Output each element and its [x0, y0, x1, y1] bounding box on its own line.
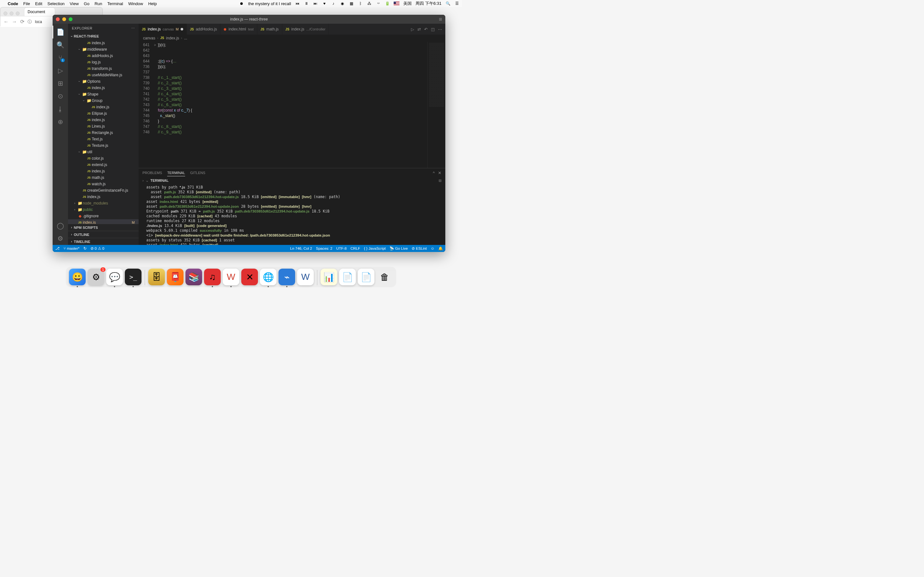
dock-app-wps[interactable]: W — [223, 269, 239, 285]
tree-file[interactable]: JSindex.jsM — [68, 219, 139, 224]
tree-folder[interactable]: ›📁node_modules — [68, 200, 139, 206]
panel-tab-terminal[interactable]: TERMINAL — [167, 169, 185, 176]
safari-forward-icon[interactable]: → — [12, 19, 17, 25]
panel-close-icon[interactable]: ✕ — [438, 171, 441, 175]
section-npm-scripts[interactable]: ›NPM SCRIPTS — [68, 224, 139, 231]
tray-icon-2[interactable]: ▦ — [349, 1, 354, 6]
breadcrumb-folder[interactable]: canvas — [143, 36, 155, 40]
section-timeline[interactable]: ›TIMELINE — [68, 238, 139, 245]
tree-file[interactable]: JSindex.js — [68, 117, 139, 123]
headphones-icon[interactable]: ♪ — [331, 1, 336, 6]
tree-file[interactable]: JSindex.js — [68, 85, 139, 91]
status-problems[interactable]: ⊘ 0 ⚠ 0 — [90, 246, 104, 251]
menubar-appname[interactable]: Code — [8, 1, 18, 6]
revert-icon[interactable]: ↶ — [424, 27, 428, 32]
menu-edit[interactable]: Edit — [35, 1, 42, 6]
editor-tab[interactable]: JSaddHooks.js — [187, 24, 220, 35]
tree-file[interactable]: JSRectangle.js — [68, 129, 139, 136]
layout-icon[interactable]: ⊞ — [439, 17, 442, 21]
safari-min-button[interactable] — [10, 11, 13, 15]
dock-app-close[interactable]: ✕ — [241, 269, 258, 285]
menu-window[interactable]: Window — [128, 1, 143, 6]
activity-scm[interactable]: ⑂1 — [53, 51, 68, 64]
dock-vscode[interactable]: ⌁ — [278, 269, 295, 285]
safari-max-button[interactable] — [16, 11, 19, 15]
tree-file[interactable]: JSwatch.js — [68, 181, 139, 187]
tree-file[interactable]: JSindex.js — [68, 168, 139, 174]
vscode-titlebar[interactable]: index.js — react-three ⊞ — [53, 15, 445, 24]
status-eslint[interactable]: ⊘ ESLint — [412, 246, 427, 251]
menubar-datetime[interactable]: 周四 下午6:31 — [415, 1, 441, 6]
dock-word[interactable]: W — [297, 269, 314, 285]
menu-view[interactable]: View — [69, 1, 79, 6]
tree-folder[interactable]: ›📁Options — [68, 78, 139, 85]
editor-tab[interactable]: JSindex.js.../Controller — [282, 24, 329, 35]
bluetooth-icon[interactable]: ᛒ — [358, 1, 363, 6]
activity-debug[interactable]: ▷ — [53, 64, 68, 77]
tab-more-icon[interactable]: ⋯ — [438, 27, 442, 32]
tree-file[interactable]: JSlog.js — [68, 59, 139, 65]
status-golive[interactable]: 📡 Go Live — [389, 246, 408, 251]
safari-close-button[interactable] — [3, 11, 7, 15]
now-playing-title[interactable]: the mystery of it I recall — [248, 1, 291, 6]
record-icon[interactable]: ⏺ — [239, 1, 244, 6]
code-editor[interactable]: 6416426436447367377387397407417427437447… — [139, 42, 445, 168]
file-tree[interactable]: JSindex.js›📁middlewareJSaddHooks.jsJSlog… — [68, 40, 139, 224]
activity-explorer[interactable]: 📄 — [53, 26, 68, 39]
dock-app-postman[interactable]: 📮 — [167, 269, 184, 285]
status-lncol[interactable]: Ln 746, Col 2 — [290, 247, 312, 250]
activity-test[interactable]: ⊙ — [53, 90, 68, 103]
battery-icon[interactable]: 🔋 — [384, 1, 390, 6]
tree-folder[interactable]: ›📁public — [68, 206, 139, 213]
breadcrumb-file[interactable]: index.js — [166, 36, 179, 40]
tree-folder[interactable]: ›📁middleware — [68, 46, 139, 53]
tree-file[interactable]: JSindex.js — [68, 193, 139, 200]
dock-app-chat[interactable]: 💬 — [106, 269, 123, 285]
panel-maximize-icon[interactable]: ^ — [433, 171, 435, 175]
menu-help[interactable]: Help — [148, 1, 157, 6]
activity-remote[interactable]: ⊕ — [53, 115, 68, 128]
split-icon[interactable]: ◫ — [431, 27, 435, 32]
tree-file[interactable]: JSEllipse.js — [68, 110, 139, 117]
section-outline[interactable]: ›OUTLINE — [68, 231, 139, 238]
dock-finder[interactable]: 😀 — [69, 269, 86, 285]
status-feedback-icon[interactable]: ☺ — [431, 247, 435, 250]
dock-recent-2[interactable]: 📄 — [339, 269, 356, 285]
explorer-more-icon[interactable]: ⋯ — [131, 26, 135, 31]
tree-file[interactable]: JSText.js — [68, 136, 139, 142]
menu-go[interactable]: Go — [84, 1, 89, 6]
status-branch[interactable]: ⑂ master* — [63, 247, 79, 250]
input-flag-icon[interactable] — [394, 2, 399, 5]
compare-icon[interactable]: ⇄ — [417, 27, 421, 32]
tree-file[interactable]: JSTexture.js — [68, 142, 139, 149]
menu-terminal[interactable]: Terminal — [107, 1, 123, 6]
dock-chrome[interactable]: 🌐 — [260, 269, 276, 285]
project-header[interactable]: › REACT-THREE — [68, 33, 139, 40]
tree-file[interactable]: JScolor.js — [68, 155, 139, 161]
tree-folder[interactable]: ›📁Group — [68, 97, 139, 104]
dock-recent-1[interactable]: 📊 — [320, 269, 337, 285]
prev-track-icon[interactable]: ⏮ — [295, 1, 300, 6]
menu-run[interactable]: Run — [95, 1, 102, 6]
tree-file[interactable]: JSextend.js — [68, 161, 139, 168]
input-locale[interactable]: 美国 — [403, 1, 412, 6]
safari-tab[interactable]: Document — [24, 7, 55, 16]
tray-icon-1[interactable]: ◉ — [340, 1, 345, 6]
vscode-maximize-button[interactable] — [69, 17, 73, 21]
tree-folder[interactable]: ›📁util — [68, 149, 139, 155]
tree-file[interactable]: JSmath.js — [68, 174, 139, 181]
status-encoding[interactable]: UTF-8 — [336, 247, 347, 250]
editor-tab[interactable]: JSmath.js — [257, 24, 282, 35]
run-icon[interactable]: ▷ — [411, 27, 414, 32]
status-sync[interactable]: ↻ — [83, 246, 87, 251]
menu-selection[interactable]: Selection — [47, 1, 65, 6]
tree-file[interactable]: JScreateGenInstanceFn.js — [68, 187, 139, 193]
tree-file[interactable]: JSaddHooks.js — [68, 53, 139, 59]
status-bell-icon[interactable]: 🔔 — [438, 246, 443, 251]
tree-file[interactable]: JStransform.js — [68, 65, 139, 72]
spotlight-icon[interactable]: 🔍 — [445, 1, 451, 6]
vscode-minimize-button[interactable] — [62, 17, 66, 21]
control-center-icon[interactable]: ☰ — [454, 1, 459, 6]
vscode-close-button[interactable] — [56, 17, 60, 21]
tray-icon-3[interactable]: ⁂ — [367, 1, 372, 6]
